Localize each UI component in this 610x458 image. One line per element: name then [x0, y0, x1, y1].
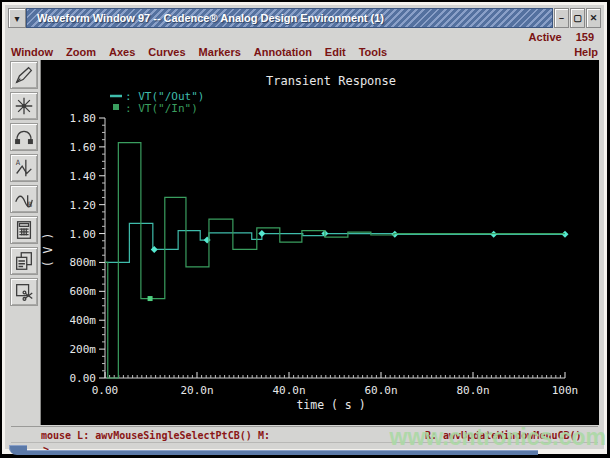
menu-axes[interactable]: Axes: [109, 46, 135, 58]
plot-svg[interactable]: Transient Response0.0020.0n40.0n60.0n80.…: [41, 60, 599, 425]
mouse-middle-binding: M:: [258, 430, 270, 441]
x-tick-label: 40.0n: [272, 384, 305, 397]
active-label: Active: [529, 31, 562, 43]
menu-markers[interactable]: Markers: [199, 46, 241, 58]
menu-tools[interactable]: Tools: [359, 46, 388, 58]
y-tick-label: 1.80: [70, 112, 97, 125]
titlebar: ▾ Waveform Window 97 -- Cadence® Analog …: [8, 8, 601, 28]
legend-entry[interactable]: : VT("/In"): [125, 102, 198, 115]
zoom-fit-button[interactable]: [10, 92, 38, 120]
marker-b-button[interactable]: B: [10, 185, 38, 213]
marker-a-icon: A: [13, 157, 35, 179]
x-axis-title: time ( s ): [296, 398, 365, 412]
menu-help[interactable]: Help: [574, 46, 598, 58]
marker-a-button[interactable]: A: [10, 154, 38, 182]
data-point-marker[interactable]: [490, 231, 497, 238]
marker-b-icon: B: [13, 188, 35, 210]
series-curve-in[interactable]: [105, 143, 565, 378]
y-tick-label: 400m: [70, 314, 97, 327]
hardcopy-icon: [13, 250, 35, 272]
data-point-marker[interactable]: [391, 231, 398, 238]
plot-title: Transient Response: [266, 74, 396, 88]
data-point-marker[interactable]: [151, 246, 158, 253]
menu-edit[interactable]: Edit: [325, 46, 346, 58]
calculator-icon: [13, 219, 35, 241]
application-window: ▾ Waveform Window 97 -- Cadence® Analog …: [0, 0, 610, 458]
window-title: Waveform Window 97 -- Cadence® Analog De…: [37, 12, 384, 24]
y-tick-label: 1.40: [70, 170, 97, 183]
status-row: Active 159: [529, 30, 594, 43]
hardcopy-button[interactable]: [10, 247, 38, 275]
svg-text:A: A: [16, 158, 21, 167]
pen-icon: [13, 64, 35, 86]
titlebar-strip[interactable]: Waveform Window 97 -- Cadence® Analog De…: [26, 8, 553, 28]
y-tick-label: 1.20: [70, 199, 97, 212]
left-toolbar: A B: [8, 60, 41, 425]
menubar: Window Zoom Axes Curves Markers Annotati…: [11, 44, 598, 59]
probe-tool-button[interactable]: [10, 123, 38, 151]
window-body: ▾ Waveform Window 97 -- Cadence® Analog …: [5, 5, 604, 449]
x-tick-label: 80.0n: [456, 384, 489, 397]
series-curve-out[interactable]: [105, 223, 565, 262]
pen-tool-button[interactable]: [10, 61, 38, 89]
x-tick-label: 60.0n: [364, 384, 397, 397]
data-point-marker[interactable]: [562, 231, 569, 238]
y-tick-label: 600m: [70, 285, 97, 298]
active-count: 159: [576, 31, 594, 43]
minimize-icon: –: [559, 13, 564, 23]
maximize-icon: ▢: [573, 13, 582, 23]
data-point-marker[interactable]: [258, 230, 265, 237]
mouse-left-binding: mouse L: awvMouseSingleSelectPtCB(): [41, 430, 252, 441]
menu-zoom[interactable]: Zoom: [66, 46, 96, 58]
calculator-button[interactable]: [10, 216, 38, 244]
x-tick-label: 100n: [552, 384, 579, 397]
starburst-icon: [13, 95, 35, 117]
watermark: www.cntronics.com: [390, 424, 606, 451]
main-area: A B: [8, 60, 609, 425]
window-menu-button[interactable]: ▾: [8, 8, 26, 28]
data-point-marker[interactable]: [204, 237, 211, 244]
y-tick-label: 200m: [70, 343, 97, 356]
y-axis-title: ( V ): [41, 233, 55, 268]
maximize-button[interactable]: ▢: [570, 8, 585, 28]
menu-annotation[interactable]: Annotation: [254, 46, 312, 58]
close-button[interactable]: ✕: [586, 8, 601, 28]
minimize-button[interactable]: –: [554, 8, 569, 28]
window-frame: ▾ Waveform Window 97 -- Cadence® Analog …: [2, 2, 607, 454]
data-point-marker[interactable]: [148, 296, 153, 301]
y-tick-label: 1.00: [70, 228, 97, 241]
y-tick-label: 1.60: [70, 141, 97, 154]
menu-curves[interactable]: Curves: [148, 46, 185, 58]
snip-icon: [13, 281, 35, 303]
svg-text:B: B: [28, 200, 33, 209]
y-tick-label: 800m: [70, 256, 97, 269]
chevron-down-icon: ▾: [14, 13, 19, 24]
menu-window[interactable]: Window: [11, 46, 53, 58]
x-tick-label: 20.0n: [180, 384, 213, 397]
y-tick-label: 0.00: [70, 372, 97, 385]
x-tick-label: 0.00: [92, 384, 119, 397]
snip-button[interactable]: [10, 278, 38, 306]
bottom-left-resize-corner[interactable]: [9, 445, 27, 455]
close-icon: ✕: [590, 13, 598, 23]
legend-square-marker: [113, 104, 119, 110]
plot-canvas[interactable]: Transient Response0.0020.0n40.0n60.0n80.…: [41, 60, 599, 425]
arc-probe-icon: [13, 126, 35, 148]
